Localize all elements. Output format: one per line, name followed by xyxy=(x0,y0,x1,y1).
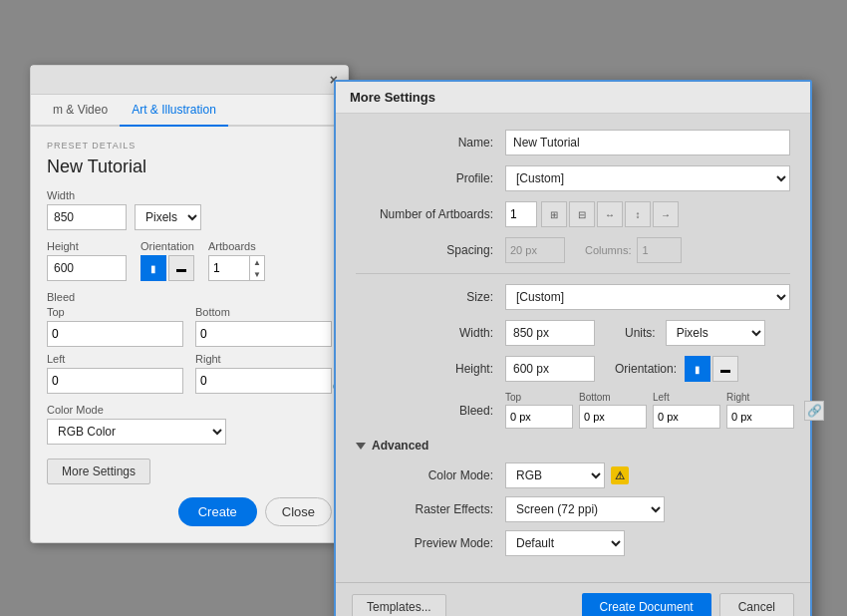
portrait-button[interactable]: ▮ xyxy=(141,255,166,281)
bleed-top-dialog-input xyxy=(505,405,573,429)
bleed-top-dialog-value[interactable] xyxy=(506,411,572,423)
spin-up[interactable]: ▲ xyxy=(250,256,264,268)
width-input[interactable] xyxy=(47,204,127,230)
bleed-label: Bleed xyxy=(47,291,332,303)
bleed-right-dialog-value[interactable] xyxy=(727,411,793,423)
spinner-arrows: ▲ ▼ xyxy=(249,256,264,280)
bleed-bottom-field: Bottom xyxy=(195,306,332,347)
bleed-top-field: Top xyxy=(47,306,183,347)
tab-film-video[interactable]: m & Video xyxy=(41,95,120,127)
spin-down[interactable]: ▼ xyxy=(250,268,264,280)
bleed-right-spinner xyxy=(195,368,332,394)
divider-1 xyxy=(356,273,790,274)
artboards-dialog-label: Number of Artboards: xyxy=(356,207,505,221)
name-label: Name: xyxy=(356,136,505,150)
bleed-dialog-row: Bleed: Top Bottom xyxy=(356,392,790,429)
artboards-row: Number of Artboards: ⊞ ⊟ ↔ ↕ → xyxy=(356,201,790,227)
advanced-section: Advanced Color Mode: RGB CMYK ⚠ Raster E… xyxy=(356,439,790,556)
warning-icon: ⚠ xyxy=(611,466,629,484)
bleed-section: Bleed Top Bottom L xyxy=(47,291,332,394)
height-orient-dialog-row: Height: Orientation: ▮ ▬ xyxy=(356,356,790,382)
chain-icon[interactable]: 🔗 xyxy=(804,401,824,421)
desktop: × m & Video Art & Illustration PRESET DE… xyxy=(0,0,847,616)
height-input[interactable] xyxy=(47,255,127,281)
bleed-bottom-input[interactable] xyxy=(196,322,236,346)
bleed-right-input[interactable] xyxy=(196,369,236,393)
dialog-portrait-button[interactable]: ▮ xyxy=(685,356,710,382)
preview-label: Preview Mode: xyxy=(356,536,505,550)
collapse-icon xyxy=(356,443,366,450)
height-dialog-label: Height: xyxy=(356,362,505,376)
units-dropdown[interactable]: Pixels xyxy=(666,320,765,346)
bleed-bottom-col-label: Bottom xyxy=(579,392,611,403)
bleed-top-label: Top xyxy=(47,306,183,318)
preview-dropdown[interactable]: Default Pixel Overprint xyxy=(505,530,625,556)
bleed-left-dialog-value[interactable] xyxy=(654,411,719,423)
width-label: Width xyxy=(47,189,332,201)
color-mode-adv-row: Color Mode: RGB CMYK ⚠ xyxy=(356,462,790,488)
width-units-row: Width: Units: Pixels xyxy=(356,320,790,346)
size-dropdown[interactable]: [Custom] xyxy=(505,284,790,310)
color-mode-adv-dropdown[interactable]: RGB CMYK xyxy=(505,462,605,488)
grid-icon-btn-1[interactable]: ⊞ xyxy=(541,201,567,227)
left-panel: × m & Video Art & Illustration PRESET DE… xyxy=(30,65,349,543)
bleed-top-spinner xyxy=(47,321,183,347)
bleed-left-spinner xyxy=(47,368,183,394)
bleed-right-dialog-input xyxy=(726,405,794,429)
templates-button[interactable]: Templates... xyxy=(352,594,446,616)
grid-icon-btn-5[interactable]: → xyxy=(653,201,679,227)
grid-icon-btn-2[interactable]: ⊟ xyxy=(569,201,595,227)
bleed-left-input[interactable] xyxy=(48,369,88,393)
height-label: Height xyxy=(47,240,127,252)
width-dialog-input[interactable] xyxy=(505,320,595,346)
grid-icon-btn-4[interactable]: ↕ xyxy=(625,201,651,227)
artboards-group: Artboards ▲ ▼ xyxy=(208,240,265,281)
landscape-button[interactable]: ▬ xyxy=(168,255,194,281)
name-input[interactable] xyxy=(505,130,790,155)
units-dropdown[interactable]: Pixels xyxy=(135,204,201,230)
more-settings-button[interactable]: More Settings xyxy=(47,459,150,484)
bleed-top-col: Top xyxy=(505,392,573,429)
advanced-header[interactable]: Advanced xyxy=(356,439,790,453)
tab-art-illustration[interactable]: Art & Illustration xyxy=(120,95,228,127)
spacing-value-input xyxy=(506,244,564,256)
grid-icon-btn-3[interactable]: ↔ xyxy=(597,201,623,227)
color-mode-dropdown[interactable]: RGB Color CMYK Color xyxy=(47,419,226,445)
columns-input xyxy=(637,237,682,263)
height-group: Height xyxy=(47,240,127,281)
color-mode-adv-label: Color Mode: xyxy=(356,468,505,482)
footer-right: Create Document Cancel xyxy=(582,593,794,616)
create-document-button[interactable]: Create Document xyxy=(582,593,711,616)
artboards-label: Artboards xyxy=(208,240,265,252)
raster-row: Raster Effects: Screen (72 ppi) Medium (… xyxy=(356,496,790,522)
bleed-right-label: Right xyxy=(195,353,332,365)
profile-dropdown[interactable]: [Custom] xyxy=(505,165,790,191)
dialog-landscape-button[interactable]: ▬ xyxy=(712,356,738,382)
profile-label: Profile: xyxy=(356,171,505,185)
raster-dropdown[interactable]: Screen (72 ppi) Medium (150 ppi) High (3… xyxy=(505,496,665,522)
bleed-right-col: Right xyxy=(726,392,794,429)
close-button[interactable]: Close xyxy=(265,497,332,526)
artboard-controls: ⊞ ⊟ ↔ ↕ → xyxy=(505,201,679,227)
bleed-top-input[interactable] xyxy=(48,322,88,346)
artboards-count-input[interactable] xyxy=(506,207,536,221)
units-label: Units: xyxy=(625,326,656,340)
orientation-group: Orientation ▮ ▬ xyxy=(141,240,194,281)
bleed-left-field: Left xyxy=(47,353,183,394)
bleed-right-field: Right 🔗 xyxy=(195,353,332,394)
cancel-button[interactable]: Cancel xyxy=(719,593,794,616)
preset-name: New Tutorial xyxy=(47,156,332,177)
artboards-num-input xyxy=(505,201,537,227)
height-orient-row: Height Orientation ▮ ▬ Artboards ▲ xyxy=(47,240,332,281)
artboards-input[interactable] xyxy=(209,256,249,280)
size-row: Size: [Custom] xyxy=(356,284,790,310)
bleed-fields: Top Bottom Left xyxy=(505,392,824,429)
bleed-grid: Top Bottom Left xyxy=(47,306,332,394)
width-row: Pixels xyxy=(47,204,332,230)
orientation-buttons: ▮ ▬ xyxy=(141,255,194,281)
bleed-bottom-dialog-value[interactable] xyxy=(580,411,646,423)
create-button[interactable]: Create xyxy=(178,497,257,526)
bleed-left-col: Left xyxy=(653,392,720,429)
dialog-footer: Templates... Create Document Cancel xyxy=(336,582,810,616)
height-dialog-input[interactable] xyxy=(505,356,595,382)
